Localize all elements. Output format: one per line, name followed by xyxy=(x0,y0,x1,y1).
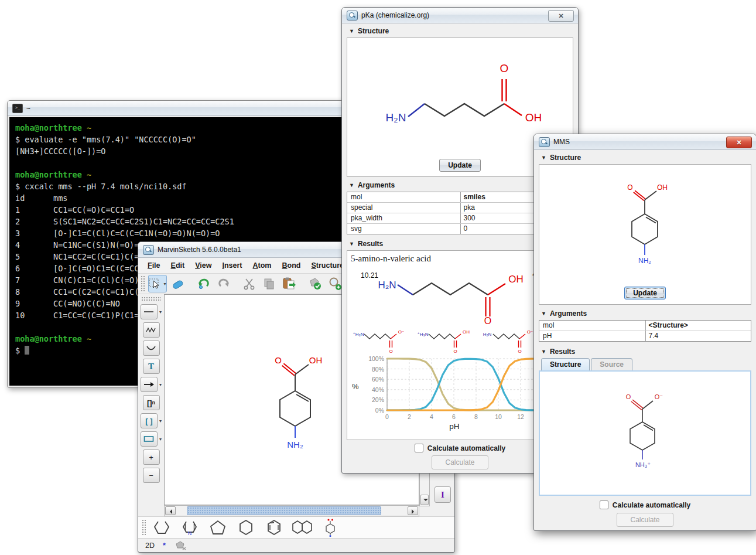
template-drag-handle[interactable] xyxy=(142,519,146,536)
atom-label-oh: OH xyxy=(525,111,542,124)
template-custom-structure[interactable] xyxy=(317,518,344,537)
pka-titlebar[interactable]: pKa (chemicalize.org) ✕ xyxy=(342,8,578,23)
y-tick-label: 60% xyxy=(372,376,384,383)
menu-atom[interactable]: Atom xyxy=(248,260,276,271)
mms-structure-header[interactable]: ▼ Structure xyxy=(539,151,751,164)
decrease-charge-button[interactable]: − xyxy=(143,468,160,483)
toolbar-drag-handle[interactable] xyxy=(141,275,145,292)
insert-label: I xyxy=(441,490,444,500)
menu-insert[interactable]: Insert xyxy=(217,260,247,271)
pka-structure-header[interactable]: ▼ Structure xyxy=(347,25,573,38)
insert-button[interactable]: I xyxy=(435,486,451,503)
arg-value[interactable]: <Structure> xyxy=(645,321,751,331)
terminal-icon: >_ xyxy=(12,104,23,113)
mms-calculate-button[interactable]: Calculate xyxy=(617,513,673,527)
menu-view[interactable]: View xyxy=(190,260,216,271)
mms-results-header[interactable]: ▼ Results xyxy=(539,345,751,358)
hscroll-right-arrow[interactable] xyxy=(408,506,418,515)
mms-title: MMS xyxy=(553,138,570,146)
arg-name: special xyxy=(347,203,460,213)
mms-update-button[interactable]: Update xyxy=(624,287,666,299)
template-pyrrole[interactable]: N xyxy=(176,518,203,537)
mms-window: MMS ✕ ▼ Structure O OH NH₂ Update xyxy=(533,134,756,531)
tab-label: Structure xyxy=(550,360,581,369)
calculate-automatically-checkbox[interactable] xyxy=(415,444,423,452)
ms-right-label: OH xyxy=(463,329,470,335)
pka-calculate-button[interactable]: Calculate xyxy=(432,455,488,469)
hscroll-thumb[interactable] xyxy=(187,506,381,515)
dropdown-icon[interactable]: ▾ xyxy=(159,309,162,315)
canvas-horizontal-scrollbar[interactable] xyxy=(164,505,419,516)
template-cyclohexane[interactable] xyxy=(232,518,259,537)
repeating-group-button[interactable]: []n xyxy=(143,395,160,410)
modified-indicator: * xyxy=(163,542,166,550)
dropdown-icon[interactable]: ▾ xyxy=(163,281,166,287)
dropdown-icon[interactable]: ▾ xyxy=(159,418,162,424)
mms-structure-panel[interactable]: O OH NH₂ Update xyxy=(539,164,751,305)
atom-label-o-minus: O⁻ xyxy=(655,393,663,400)
vscroll-down-arrow[interactable] xyxy=(420,495,429,505)
series-cation (+H3N / COOH) xyxy=(387,359,543,410)
collapse-icon: ▼ xyxy=(349,241,354,247)
structure-checker-icon[interactable] xyxy=(174,540,187,551)
template-naphthalene[interactable] xyxy=(289,518,316,537)
reaction-arrow-button[interactable] xyxy=(141,377,158,392)
copy-button[interactable] xyxy=(261,275,278,292)
mms-results-panel[interactable]: O O⁻ NH₃⁺ xyxy=(539,370,751,496)
x-tick-label: 8 xyxy=(474,413,478,420)
tab-structure[interactable]: Structure xyxy=(541,358,590,370)
ms-bottom-label: O xyxy=(389,349,392,354)
mms-input-molecule: O OH NH₂ xyxy=(613,175,677,274)
arg-value[interactable]: 7.4 xyxy=(645,331,751,341)
increase-charge-button[interactable]: + xyxy=(143,450,160,465)
redo-button[interactable] xyxy=(215,275,232,292)
palette-drag-handle[interactable] xyxy=(141,297,161,301)
select-rectangle-button[interactable]: ▾ xyxy=(148,275,167,292)
x-tick-label: 12 xyxy=(517,413,524,420)
mms-arguments-header[interactable]: ▼ Arguments xyxy=(539,307,751,320)
check-structure-button[interactable] xyxy=(306,275,324,292)
brackets-button[interactable]: [ ] xyxy=(141,413,158,428)
menu-bond[interactable]: Bond xyxy=(277,260,305,271)
mms-close-button[interactable]: ✕ xyxy=(726,137,752,148)
calculate-automatically-checkbox[interactable] xyxy=(600,500,608,509)
atom-label-h2n: H₂N xyxy=(386,111,406,124)
plus-label: + xyxy=(149,453,153,462)
template-cyclopentadiene[interactable] xyxy=(148,518,175,537)
repeat-label: [] xyxy=(147,399,152,407)
paste-button[interactable] xyxy=(280,275,298,292)
pka-close-button[interactable]: ✕ xyxy=(548,10,574,22)
desktop: { "icons": { "close_x": "✕", "dropdown":… xyxy=(0,0,756,555)
rectangle-tool-button[interactable] xyxy=(141,431,158,447)
dropdown-icon[interactable]: ▾ xyxy=(159,382,162,387)
terminal-line xyxy=(15,157,341,169)
text-tool-button[interactable]: T xyxy=(143,359,160,374)
terminal-titlebar[interactable]: >_ ~ xyxy=(8,101,343,116)
menu-edit[interactable]: Edit xyxy=(166,260,190,271)
template-benzene[interactable] xyxy=(261,518,288,537)
microspecies-zwitterion: ⁺H₃N O⁻ O xyxy=(351,326,409,354)
ms-bottom-label: O xyxy=(453,349,457,354)
template-cyclopentane[interactable] xyxy=(204,518,231,537)
chain-tool-button[interactable] xyxy=(143,322,160,338)
ms-right-label: O⁻ xyxy=(527,329,533,335)
series-zwitterion (+H3N / COO-) xyxy=(387,359,543,410)
single-bond-button[interactable] xyxy=(141,304,158,319)
menu-file[interactable]: File xyxy=(143,260,165,271)
dropdown-icon[interactable]: ▾ xyxy=(159,437,162,442)
tab-label: Source xyxy=(600,360,624,369)
mms-result-molecule: O O⁻ NH₃⁺ xyxy=(610,384,675,478)
pka-update-button[interactable]: Update xyxy=(439,159,481,172)
tab-source[interactable]: Source xyxy=(591,358,632,370)
eraser-button[interactable] xyxy=(169,275,187,292)
template-toolbar: N xyxy=(138,516,454,539)
mms-titlebar[interactable]: MMS ✕ xyxy=(534,134,756,150)
hscroll-left-arrow[interactable] xyxy=(165,506,176,515)
collapse-icon: ▼ xyxy=(541,311,546,316)
cut-icon xyxy=(242,277,256,290)
canvas-molecule: O OH NH₂ xyxy=(257,345,327,459)
arc-tool-button[interactable] xyxy=(143,341,160,356)
undo-button[interactable] xyxy=(195,275,213,292)
cut-button[interactable] xyxy=(241,275,258,292)
pka-title: pKa (chemicalize.org) xyxy=(361,11,429,19)
